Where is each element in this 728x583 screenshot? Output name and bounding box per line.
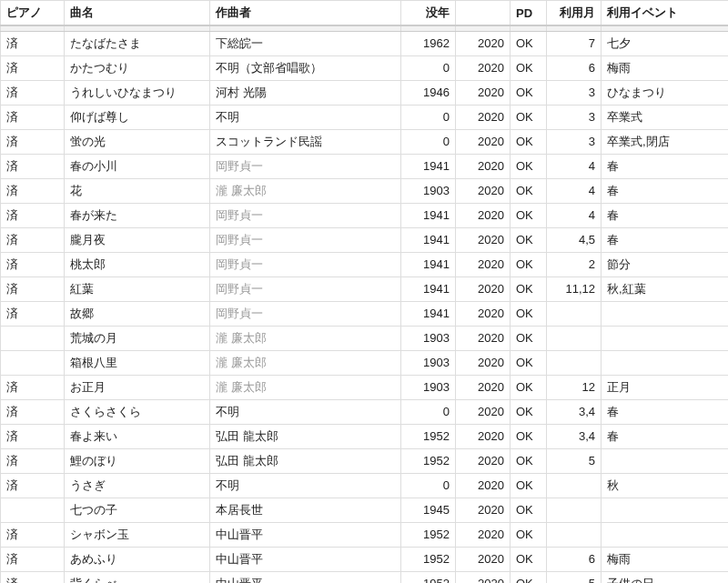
cell-composer: 瀧 廉太郎 bbox=[210, 326, 401, 350]
cell-event bbox=[602, 350, 729, 375]
cell-event: 秋,紅葉 bbox=[602, 276, 729, 301]
cell-piano: 済 bbox=[1, 80, 65, 105]
cell-month: 3,4 bbox=[547, 424, 602, 448]
cell-piano: 済 bbox=[1, 227, 65, 252]
cell-pd: OK bbox=[511, 547, 547, 571]
cell-piano bbox=[1, 350, 65, 375]
cell-year2: 2020 bbox=[456, 448, 511, 473]
cell-death-year: 1941 bbox=[401, 203, 456, 227]
cell-title: あめふり bbox=[65, 547, 210, 571]
songs-table: ピアノ 曲名 作曲者 没年 PD 利用月 利用イベント 済たなばたさま下総皖一1… bbox=[0, 0, 728, 583]
cell-month bbox=[547, 473, 602, 498]
cell-event: 梅雨 bbox=[602, 55, 729, 80]
cell-month: 4 bbox=[547, 178, 602, 203]
cell-title: 七つの子 bbox=[65, 498, 210, 522]
cell-year2: 2020 bbox=[456, 522, 511, 547]
table-row: 七つの子本居長世19452020OK bbox=[1, 498, 729, 522]
cell-year2: 2020 bbox=[456, 571, 511, 583]
cell-death-year: 1952 bbox=[401, 522, 456, 547]
cell-piano: 済 bbox=[1, 252, 65, 276]
cell-event: 春 bbox=[602, 203, 729, 227]
cell-piano bbox=[1, 498, 65, 522]
cell-title: 箱根八里 bbox=[65, 350, 210, 375]
cell-month: 4,5 bbox=[547, 227, 602, 252]
cell-event: 秋 bbox=[602, 473, 729, 498]
cell-death-year: 1946 bbox=[401, 80, 456, 105]
table-row: 済うさぎ不明02020OK秋 bbox=[1, 473, 729, 498]
cell-year2: 2020 bbox=[456, 498, 511, 522]
cell-composer: 下総皖一 bbox=[210, 31, 401, 55]
cell-month: 4 bbox=[547, 203, 602, 227]
cell-pd: OK bbox=[511, 276, 547, 301]
cell-composer: 不明 bbox=[210, 473, 401, 498]
table-row: 済シャボン玉中山晋平19522020OK bbox=[1, 522, 729, 547]
cell-title: 朧月夜 bbox=[65, 227, 210, 252]
table-row: 箱根八里瀧 廉太郎19032020OK bbox=[1, 350, 729, 375]
cell-year2: 2020 bbox=[456, 154, 511, 178]
cell-title: 花 bbox=[65, 178, 210, 203]
cell-composer: 中山晋平 bbox=[210, 522, 401, 547]
cell-month: 12 bbox=[547, 375, 602, 399]
cell-piano: 済 bbox=[1, 571, 65, 583]
header-piano: ピアノ bbox=[1, 1, 65, 26]
cell-title: 紅葉 bbox=[65, 276, 210, 301]
cell-pd: OK bbox=[511, 129, 547, 154]
cell-month: 6 bbox=[547, 547, 602, 571]
cell-title: 荒城の月 bbox=[65, 326, 210, 350]
cell-month: 5 bbox=[547, 448, 602, 473]
cell-title: うさぎ bbox=[65, 473, 210, 498]
cell-event: 正月 bbox=[602, 375, 729, 399]
table-row: 済背くらべ中山晋平19522020OK5子供の日 bbox=[1, 571, 729, 583]
cell-piano: 済 bbox=[1, 547, 65, 571]
cell-year2: 2020 bbox=[456, 399, 511, 424]
cell-title: 仰げば尊し bbox=[65, 105, 210, 129]
cell-piano bbox=[1, 326, 65, 350]
cell-piano: 済 bbox=[1, 154, 65, 178]
cell-event: 梅雨 bbox=[602, 547, 729, 571]
cell-title: 故郷 bbox=[65, 301, 210, 326]
cell-year2: 2020 bbox=[456, 80, 511, 105]
cell-death-year: 1941 bbox=[401, 227, 456, 252]
cell-pd: OK bbox=[511, 55, 547, 80]
cell-event: 春 bbox=[602, 154, 729, 178]
cell-title: 春の小川 bbox=[65, 154, 210, 178]
cell-event: 春 bbox=[602, 424, 729, 448]
cell-year2: 2020 bbox=[456, 547, 511, 571]
cell-death-year: 1941 bbox=[401, 301, 456, 326]
cell-event: 春 bbox=[602, 227, 729, 252]
cell-year2: 2020 bbox=[456, 326, 511, 350]
table-row: 済あめふり中山晋平19522020OK6梅雨 bbox=[1, 547, 729, 571]
cell-death-year: 1903 bbox=[401, 326, 456, 350]
cell-year2: 2020 bbox=[456, 105, 511, 129]
table-row: 済紅葉岡野貞一19412020OK11,12秋,紅葉 bbox=[1, 276, 729, 301]
cell-composer: 岡野貞一 bbox=[210, 252, 401, 276]
cell-piano: 済 bbox=[1, 129, 65, 154]
cell-title: 背くらべ bbox=[65, 571, 210, 583]
cell-month bbox=[547, 350, 602, 375]
cell-event bbox=[602, 522, 729, 547]
table-row: 済たなばたさま下総皖一19622020OK7七夕 bbox=[1, 31, 729, 55]
cell-pd: OK bbox=[511, 252, 547, 276]
cell-event: 卒業式,閉店 bbox=[602, 129, 729, 154]
cell-death-year: 1903 bbox=[401, 350, 456, 375]
table-row: 済故郷岡野貞一19412020OK bbox=[1, 301, 729, 326]
cell-composer: 中山晋平 bbox=[210, 547, 401, 571]
cell-piano: 済 bbox=[1, 301, 65, 326]
table-header: ピアノ 曲名 作曲者 没年 PD 利用月 利用イベント bbox=[1, 1, 729, 32]
cell-year2: 2020 bbox=[456, 473, 511, 498]
cell-death-year: 0 bbox=[401, 105, 456, 129]
table-row: 済蛍の光スコットランド民謡02020OK3卒業式,閉店 bbox=[1, 129, 729, 154]
cell-year2: 2020 bbox=[456, 252, 511, 276]
cell-composer: 河村 光陽 bbox=[210, 80, 401, 105]
cell-death-year: 1941 bbox=[401, 154, 456, 178]
table-row: 済うれしいひなまつり河村 光陽19462020OK3ひなまつり bbox=[1, 80, 729, 105]
table-row: 済桃太郎岡野貞一19412020OK2節分 bbox=[1, 252, 729, 276]
cell-year2: 2020 bbox=[456, 276, 511, 301]
cell-death-year: 1952 bbox=[401, 424, 456, 448]
cell-event: 七夕 bbox=[602, 31, 729, 55]
cell-month: 4 bbox=[547, 154, 602, 178]
cell-year2: 2020 bbox=[456, 424, 511, 448]
cell-month: 3 bbox=[547, 129, 602, 154]
cell-death-year: 1952 bbox=[401, 547, 456, 571]
cell-title: シャボン玉 bbox=[65, 522, 210, 547]
